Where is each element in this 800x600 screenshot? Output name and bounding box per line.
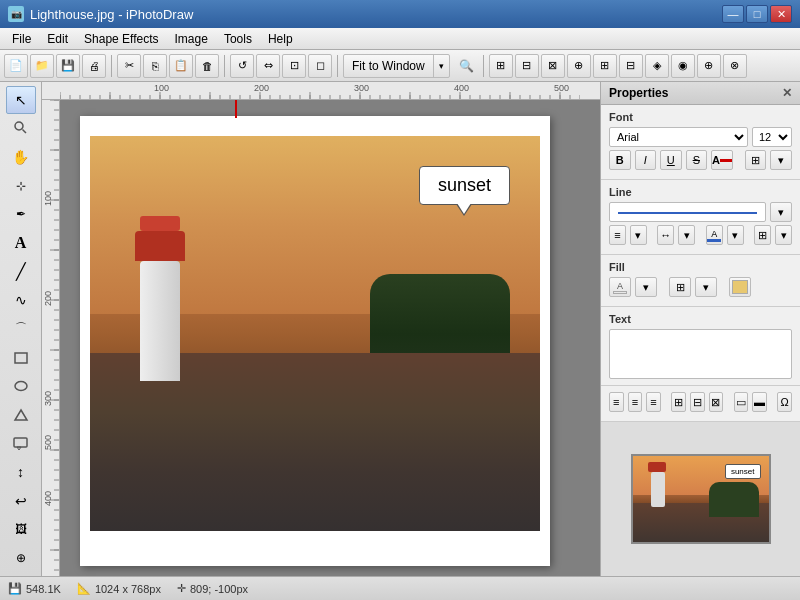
fill-grid-dropdown[interactable]: ▾ — [695, 277, 717, 297]
text-box-btn2[interactable]: ⊟ — [690, 392, 705, 412]
tb-extra4[interactable]: ⊕ — [567, 54, 591, 78]
text-align-left[interactable]: ≡ — [609, 392, 624, 412]
line-align-left[interactable]: ≡ — [609, 225, 626, 245]
tb-extra8[interactable]: ◉ — [671, 54, 695, 78]
text-align-right[interactable]: ≡ — [646, 392, 661, 412]
font-dropdown-button[interactable]: ▾ — [770, 150, 792, 170]
crop-tool[interactable]: ⊹ — [6, 172, 36, 200]
flip-btn[interactable]: ⇔ — [256, 54, 280, 78]
canvas-viewport[interactable]: sunset — [60, 100, 600, 576]
tb-extra6[interactable]: ⊟ — [619, 54, 643, 78]
extra-tool[interactable]: ⊕ — [6, 544, 36, 572]
new-button[interactable]: 📄 — [4, 54, 28, 78]
tb-extra7[interactable]: ◈ — [645, 54, 669, 78]
select-all-btn[interactable]: ⊡ — [282, 54, 306, 78]
paste-button[interactable]: 📋 — [169, 54, 193, 78]
cut-button[interactable]: ✂ — [117, 54, 141, 78]
text-omega-btn[interactable]: Ω — [777, 392, 792, 412]
text-input[interactable] — [609, 329, 792, 379]
font-grid-button[interactable]: ⊞ — [745, 150, 767, 170]
menu-edit[interactable]: Edit — [39, 30, 76, 48]
ellipse-tool[interactable] — [6, 372, 36, 400]
undo-tool[interactable]: ↩ — [6, 487, 36, 515]
callout-tool[interactable] — [6, 430, 36, 458]
tb-extra9[interactable]: ⊕ — [697, 54, 721, 78]
text-box-btn4[interactable]: ▭ — [734, 392, 749, 412]
file-icon: 💾 — [8, 582, 22, 595]
coordinates-item: ✛ 809; -100px — [177, 582, 248, 595]
speech-bubble[interactable]: sunset — [419, 166, 510, 205]
close-button[interactable]: ✕ — [770, 5, 792, 23]
pan-tool[interactable]: ✋ — [6, 143, 36, 171]
ruler-horizontal — [42, 82, 600, 100]
text-section: Text — [601, 307, 800, 386]
menu-file[interactable]: File — [4, 30, 39, 48]
menu-tools[interactable]: Tools — [216, 30, 260, 48]
minimize-button[interactable]: — — [722, 5, 744, 23]
tb-extra3[interactable]: ⊠ — [541, 54, 565, 78]
underline-button[interactable]: U — [660, 150, 682, 170]
line-color-dropdown[interactable]: ▾ — [727, 225, 744, 245]
canvas-paper[interactable]: sunset — [80, 116, 550, 566]
properties-close-button[interactable]: ✕ — [782, 86, 792, 100]
fill-swatch-btn[interactable] — [729, 277, 751, 297]
font-color-button[interactable]: A — [711, 150, 733, 170]
line-dropdown-button[interactable]: ▾ — [770, 202, 792, 222]
line-dropdown2[interactable]: ▾ — [630, 225, 647, 245]
pen-tool[interactable]: ⌒ — [6, 315, 36, 343]
image-tool[interactable]: 🖼 — [6, 516, 36, 544]
font-name-select[interactable]: Arial Times New Roman Verdana — [609, 127, 748, 147]
zoom-in-button[interactable]: 🔍 — [456, 55, 478, 77]
titlebar-left: 📷 Lighthouse.jpg - iPhotoDraw — [8, 6, 193, 22]
delete-button[interactable]: 🗑 — [195, 54, 219, 78]
line-arrow-dropdown[interactable]: ▾ — [678, 225, 695, 245]
triangle-tool[interactable] — [6, 401, 36, 429]
main-area: ↖ ✋ ⊹ ✒ A ╱ ∿ ⌒ ↕ ↩ 🖼 ⊕ — [0, 82, 800, 576]
deselect-btn[interactable]: ◻ — [308, 54, 332, 78]
fill-color-btn[interactable]: A — [609, 277, 631, 297]
fill-color-dropdown[interactable]: ▾ — [635, 277, 657, 297]
copy-button[interactable]: ⎘ — [143, 54, 167, 78]
dimensions-icon: 📐 — [77, 582, 91, 595]
fit-window-dropdown[interactable]: ▾ — [433, 55, 449, 77]
open-button[interactable]: 📁 — [30, 54, 54, 78]
pointer-tool[interactable]: ↖ — [6, 86, 36, 114]
strikethrough-button[interactable]: S — [686, 150, 708, 170]
maximize-button[interactable]: □ — [746, 5, 768, 23]
menu-shape-effects[interactable]: Shape Effects — [76, 30, 167, 48]
line-grid-dropdown[interactable]: ▾ — [775, 225, 792, 245]
text-box-btn3[interactable]: ⊠ — [709, 392, 724, 412]
tb-extra1[interactable]: ⊞ — [489, 54, 513, 78]
text-box-btn1[interactable]: ⊞ — [671, 392, 686, 412]
font-size-select[interactable]: 891011 12141618 — [752, 127, 792, 147]
text-box-btn5[interactable]: ▬ — [752, 392, 767, 412]
text-tool[interactable]: A — [6, 229, 36, 257]
curve-tool[interactable]: ∿ — [6, 286, 36, 314]
fit-window-control[interactable]: Fit to Window ▾ — [343, 54, 450, 78]
rotate-btn[interactable]: ↺ — [230, 54, 254, 78]
line-tool[interactable]: ╱ — [6, 258, 36, 286]
save-button[interactable]: 💾 — [56, 54, 80, 78]
tb-extra2[interactable]: ⊟ — [515, 54, 539, 78]
canvas-image[interactable]: sunset — [90, 136, 540, 531]
print-button[interactable]: 🖨 — [82, 54, 106, 78]
rect-tool[interactable] — [6, 344, 36, 372]
menu-image[interactable]: Image — [167, 30, 216, 48]
menu-help[interactable]: Help — [260, 30, 301, 48]
zoom-tool[interactable] — [6, 115, 36, 143]
line-preview[interactable] — [609, 202, 766, 222]
italic-button[interactable]: I — [635, 150, 657, 170]
bold-button[interactable]: B — [609, 150, 631, 170]
tb-extra10[interactable]: ⊗ — [723, 54, 747, 78]
line-arrow-btn[interactable]: ↔ — [657, 225, 674, 245]
fill-grid-btn[interactable]: ⊞ — [669, 277, 691, 297]
eyedrop-tool[interactable]: ✒ — [6, 201, 36, 229]
tb-extra5[interactable]: ⊞ — [593, 54, 617, 78]
text-align-center[interactable]: ≡ — [628, 392, 643, 412]
fit-window-label[interactable]: Fit to Window — [344, 55, 433, 77]
line-color-btn[interactable]: A — [706, 225, 723, 245]
window-title: Lighthouse.jpg - iPhotoDraw — [30, 7, 193, 22]
lighthouse-light — [140, 216, 180, 231]
arrow-tool[interactable]: ↕ — [6, 458, 36, 486]
line-grid-btn[interactable]: ⊞ — [754, 225, 771, 245]
